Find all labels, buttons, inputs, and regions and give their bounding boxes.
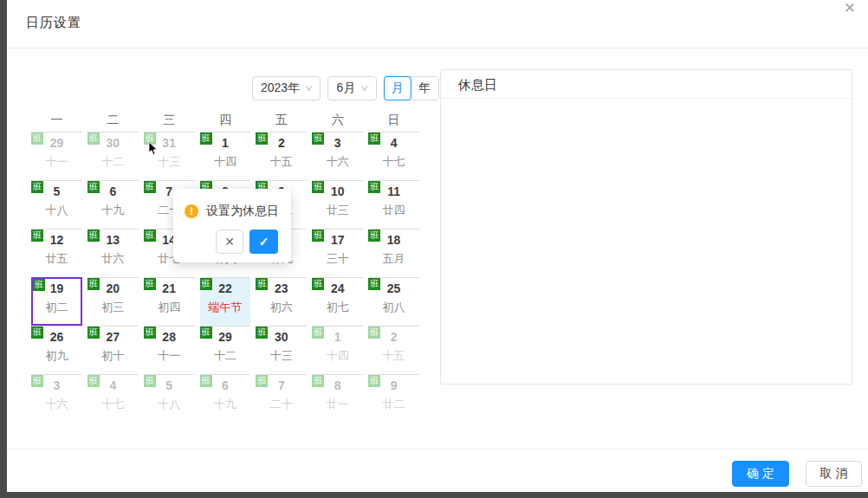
- popconfirm-cancel-button[interactable]: ✕: [216, 230, 243, 254]
- warning-icon: !: [185, 204, 198, 218]
- calendar-day-cell[interactable]: 班10廿三: [312, 180, 363, 229]
- lunar-label: 初九: [31, 348, 82, 364]
- lunar-label: 十五: [256, 154, 307, 170]
- view-year-button[interactable]: 年: [411, 77, 438, 100]
- popconfirm-message: 设置为休息日: [206, 204, 279, 219]
- workday-badge: 班: [87, 230, 100, 242]
- lunar-label: 廿六: [87, 251, 139, 267]
- calendar-week-row: 班19初二班20初三班21初四班22端午节班23初六班24初七班25初八: [29, 277, 422, 326]
- year-select-value: 2023年: [261, 81, 300, 96]
- calendar-day-cell[interactable]: 班6十九: [200, 374, 251, 423]
- calendar-day-cell[interactable]: 班5十八: [144, 374, 195, 423]
- lunar-label: 十六: [31, 397, 82, 412]
- month-select[interactable]: 6月 ∨: [327, 76, 376, 100]
- lunar-label: 十八: [144, 397, 195, 412]
- calendar-day-cell[interactable]: 班2十五: [368, 326, 419, 374]
- calendar-day-cell[interactable]: 班8廿一: [312, 374, 363, 423]
- calendar-day-cell[interactable]: 班11廿四: [368, 180, 419, 229]
- lunar-label: 初三: [87, 300, 139, 315]
- confirm-button[interactable]: 确定: [732, 461, 789, 487]
- lunar-label: 廿一: [312, 397, 363, 412]
- workday-badge: 班: [256, 375, 268, 387]
- calendar-day-cell[interactable]: 班4十七: [87, 374, 139, 423]
- calendar-day-cell[interactable]: 班25初八: [368, 277, 419, 326]
- calendar-day-cell[interactable]: 班30十三: [256, 326, 307, 374]
- workday-badge: 班: [144, 375, 156, 387]
- calendar-day-cell[interactable]: 班29十二: [200, 326, 251, 374]
- workday-badge: 班: [312, 133, 324, 145]
- workday-badge: 班: [144, 278, 156, 290]
- weekday-header: 日: [366, 113, 422, 132]
- close-icon[interactable]: ✕: [844, 0, 856, 17]
- calendar-week-row: 班26初九班27初十班28十一班29十二班30十三班1十四班2十五: [29, 326, 422, 374]
- workday-badge: 班: [368, 327, 380, 339]
- lunar-label: 十五: [368, 348, 419, 364]
- calendar-day-cell[interactable]: 班7二十: [256, 374, 307, 423]
- workday-badge: 班: [200, 133, 212, 145]
- lunar-label: 初十: [87, 348, 139, 364]
- calendar-day-cell[interactable]: 班18五月: [368, 229, 419, 277]
- workday-badge: 班: [312, 327, 324, 339]
- calendar-day-cell[interactable]: 班19初二: [31, 277, 82, 326]
- calendar-day-cell[interactable]: 班27初十: [87, 326, 139, 374]
- workday-badge: 班: [368, 181, 380, 193]
- calendar-day-cell[interactable]: 班20初三: [87, 277, 139, 326]
- lunar-label: 十九: [87, 203, 139, 218]
- calendar-day-cell[interactable]: 班9廿二: [368, 374, 419, 423]
- calendar-day-cell[interactable]: 班13廿六: [87, 229, 139, 277]
- year-select[interactable]: 2023年 ∨: [252, 76, 321, 100]
- popconfirm-confirm-button[interactable]: ✓: [249, 230, 278, 254]
- calendar-day-cell[interactable]: 班12廿五: [31, 229, 82, 277]
- calendar-day-cell[interactable]: 班3十六: [31, 374, 82, 423]
- workday-badge: 班: [87, 375, 100, 387]
- lunar-label: 初四: [144, 300, 195, 315]
- lunar-label: 十三: [144, 154, 195, 170]
- rest-days-title: 休息日: [441, 70, 852, 99]
- chevron-down-icon: ∨: [360, 84, 369, 93]
- calendar-day-cell[interactable]: 班23初六: [256, 277, 307, 326]
- rest-days-panel: 休息日: [440, 69, 852, 385]
- view-month-button[interactable]: 月: [384, 76, 411, 100]
- lunar-label: 十七: [368, 154, 419, 170]
- calendar-day-cell[interactable]: 班17三十: [312, 229, 363, 277]
- calendar-day-cell[interactable]: 班5十八: [31, 180, 82, 229]
- weekday-header: 四: [198, 113, 254, 132]
- weekday-header: 二: [85, 113, 141, 132]
- workday-badge: 班: [368, 230, 380, 242]
- calendar-day-cell[interactable]: 班1十四: [312, 326, 363, 374]
- workday-badge: 班: [31, 230, 43, 242]
- lunar-label: 廿五: [31, 251, 82, 267]
- calendar-day-cell[interactable]: 班28十一: [144, 326, 195, 374]
- calendar-day-cell[interactable]: 班22端午节: [200, 277, 251, 326]
- popconfirm-message-row: ! 设置为休息日: [173, 189, 291, 219]
- workday-badge: 班: [200, 278, 212, 290]
- weekday-header: 三: [141, 113, 198, 132]
- lunar-label: 初七: [312, 300, 363, 315]
- workday-badge: 班: [312, 375, 324, 387]
- workday-badge: 班: [312, 230, 324, 242]
- lunar-label: 三十: [312, 251, 363, 267]
- month-select-value: 6月: [336, 81, 355, 96]
- calendar-day-cell[interactable]: 班6十九: [87, 180, 139, 229]
- workday-badge: 班: [31, 133, 43, 145]
- calendar-day-cell[interactable]: 班21初四: [144, 277, 195, 326]
- calendar-day-cell[interactable]: 班30十二: [87, 132, 139, 180]
- weekday-header: 六: [309, 113, 366, 132]
- calendar-day-cell[interactable]: 班4十七: [368, 132, 419, 180]
- cancel-button[interactable]: 取消: [806, 461, 862, 487]
- workday-badge: 班: [33, 279, 45, 291]
- calendar-day-cell[interactable]: 班26初九: [31, 326, 82, 374]
- workday-badge: 班: [144, 230, 156, 242]
- calendar-day-cell[interactable]: 班1十四: [200, 132, 251, 180]
- calendar-day-cell[interactable]: 班31十三: [144, 132, 195, 180]
- calendar-day-cell[interactable]: 班2十五: [256, 132, 307, 180]
- workday-badge: 班: [256, 278, 268, 290]
- weekday-header: 五: [253, 113, 309, 132]
- calendar-day-cell[interactable]: 班24初七: [312, 277, 363, 326]
- calendar-day-cell[interactable]: 班3十六: [312, 132, 363, 180]
- weekday-header: 一: [29, 113, 85, 132]
- workday-badge: 班: [256, 327, 268, 339]
- lunar-label: 十一: [144, 348, 195, 364]
- calendar-day-cell[interactable]: 班29十一: [31, 132, 82, 180]
- lunar-label: 廿四: [368, 203, 419, 218]
